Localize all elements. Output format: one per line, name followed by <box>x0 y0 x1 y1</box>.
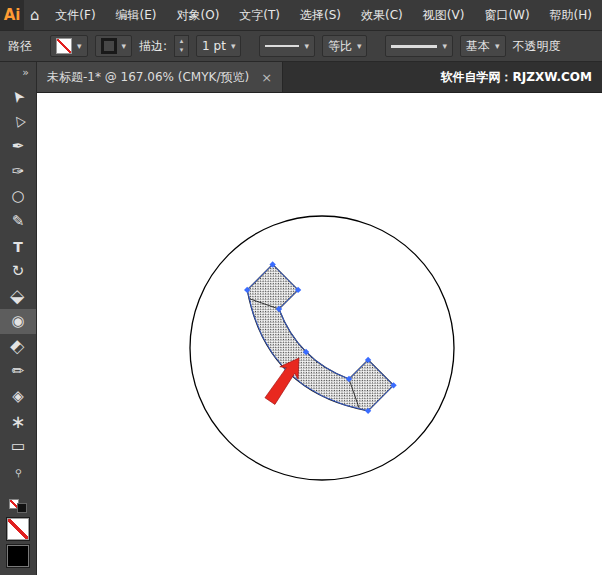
color-controls <box>0 499 36 567</box>
pen-tool[interactable]: ✒ <box>0 134 36 159</box>
illustrator-window: Ai ⌂ 文件(F)编辑(E)对象(O)文字(T)选择(S)效果(C)视图(V)… <box>0 0 602 575</box>
paintbrush-icon: ✎ <box>12 214 25 229</box>
stroke-weight-value: 1 pt <box>202 39 226 53</box>
rotate-icon: ↻ <box>12 264 25 279</box>
circle-shape[interactable] <box>190 216 454 480</box>
control-bar: 路径 ▾ ▾ 描边: ▴ ▾ 1 pt ▾ ▾ 等比 ▾ <box>0 31 602 62</box>
stroke-color-combo[interactable]: ▾ <box>95 35 133 57</box>
blend-tool[interactable]: ◈ <box>0 384 36 409</box>
brush-definition-combo[interactable]: ▾ <box>385 35 453 57</box>
gradient-icon: ◧ <box>9 338 27 356</box>
brush-line-icon <box>391 45 437 48</box>
artboard-tool[interactable]: ▭ <box>0 434 36 459</box>
fill-none-swatch-icon <box>56 38 72 54</box>
fill-swatch[interactable] <box>7 518 29 540</box>
stepper-up-icon[interactable]: ▴ <box>180 37 184 46</box>
chevron-down-icon: ▾ <box>357 41 362 51</box>
home-icon[interactable]: ⌂ <box>24 6 45 24</box>
chevron-down-icon: ▾ <box>442 41 447 51</box>
curvature-pen-icon: ✑ <box>12 164 25 179</box>
pencil-tool[interactable]: ✏ <box>0 359 36 384</box>
stroke-profile-line-icon <box>265 45 299 47</box>
collapse-chevrons-icon[interactable]: » <box>0 62 36 84</box>
type-tool[interactable]: T <box>0 234 36 259</box>
blend-icon: ◈ <box>12 389 24 404</box>
chevron-down-icon: ▾ <box>122 41 127 51</box>
shape-builder-tool[interactable]: ◉ <box>0 309 36 334</box>
menu-file[interactable]: 文件(F) <box>45 0 105 30</box>
stroke-profile-combo[interactable]: ▾ <box>259 35 315 57</box>
menu-edit[interactable]: 编辑(E) <box>106 0 167 30</box>
paintbrush-tool[interactable]: ✎ <box>0 209 36 234</box>
eraser-icon: ◪ <box>9 288 27 306</box>
symbol-sprayer-icon: ∗ <box>10 413 25 431</box>
brush-basic-value: 基本 <box>466 38 490 55</box>
ellipse-icon: ○ <box>11 189 24 204</box>
curvature-tool[interactable]: ✑ <box>0 159 36 184</box>
zoom-icon: ⌕ <box>10 463 27 480</box>
type-icon: T <box>13 240 23 254</box>
stroke-label: 描边: <box>139 38 167 55</box>
profile-scale-value: 等比 <box>328 38 352 55</box>
pen-icon: ✒ <box>12 139 25 154</box>
stepper-down-icon[interactable]: ▾ <box>180 46 184 55</box>
zoom-tool[interactable]: ⌕ <box>0 459 36 484</box>
direct-selection-tool[interactable]: ▷ <box>0 109 36 134</box>
document-tab-bar: 未标题-1* @ 167.06% (CMYK/预览) × 软件自学网：RJZXW… <box>37 62 602 93</box>
chevron-down-icon: ▾ <box>304 41 309 51</box>
ellipse-tool[interactable]: ○ <box>0 184 36 209</box>
chevron-down-icon: ▾ <box>495 41 500 51</box>
tool-list: ➤ ▷ ✒ ✑ ○ ✎ T ↻ <box>0 84 36 484</box>
tools-panel: » ➤ ▷ ✒ ✑ ○ ✎ T <box>0 62 37 575</box>
profile-scale-combo[interactable]: 等比 ▾ <box>322 35 368 57</box>
app-logo[interactable]: Ai <box>0 0 24 30</box>
chevron-down-icon: ▾ <box>231 41 236 51</box>
opacity-label: 不透明度 <box>513 38 561 55</box>
close-icon[interactable]: × <box>261 70 272 85</box>
chevron-down-icon: ▾ <box>77 41 82 51</box>
rotate-tool[interactable]: ↻ <box>0 259 36 284</box>
menu-list: 文件(F)编辑(E)对象(O)文字(T)选择(S)效果(C)视图(V)窗口(W)… <box>45 0 602 30</box>
stroke-weight-stepper[interactable]: ▴ ▾ <box>174 35 189 57</box>
document-tab-title: 未标题-1* @ 167.06% (CMYK/预览) <box>47 69 249 86</box>
gradient-tool[interactable]: ◧ <box>0 334 36 359</box>
default-stroke-icon <box>17 503 27 513</box>
default-swatches-icon[interactable] <box>9 499 27 513</box>
menu-window[interactable]: 窗口(W) <box>474 0 539 30</box>
menu-type[interactable]: 文字(T) <box>229 0 290 30</box>
stroke-swatch[interactable] <box>7 545 29 567</box>
fill-color-combo[interactable]: ▾ <box>50 35 88 57</box>
document-tab[interactable]: 未标题-1* @ 167.06% (CMYK/预览) × <box>37 62 283 92</box>
eraser-tool[interactable]: ◪ <box>0 284 36 309</box>
menubar: Ai ⌂ 文件(F)编辑(E)对象(O)文字(T)选择(S)效果(C)视图(V)… <box>0 0 602 31</box>
brush-basic-combo[interactable]: 基本 ▾ <box>460 35 506 57</box>
stroke-weight-combo[interactable]: 1 pt ▾ <box>196 35 241 57</box>
symbol-sprayer-tool[interactable]: ∗ <box>0 409 36 434</box>
watermark-text: 软件自学网：RJZXW.COM <box>441 69 602 86</box>
artboard-icon: ▭ <box>11 439 25 454</box>
artwork-svg <box>37 93 602 575</box>
pencil-icon: ✏ <box>12 364 25 379</box>
menu-effect[interactable]: 效果(C) <box>351 0 413 30</box>
stroke-color-swatch-icon <box>101 38 117 54</box>
menu-select[interactable]: 选择(S) <box>290 0 351 30</box>
selection-tool[interactable]: ➤ <box>0 84 36 109</box>
path-label: 路径 <box>8 38 32 55</box>
menu-view[interactable]: 视图(V) <box>413 0 475 30</box>
selection-arrow-icon: ➤ <box>8 87 28 106</box>
document-area: 未标题-1* @ 167.06% (CMYK/预览) × 软件自学网：RJZXW… <box>37 62 602 575</box>
shape-builder-icon: ◉ <box>11 314 24 329</box>
direct-selection-arrow-icon: ▷ <box>10 114 26 130</box>
menu-help[interactable]: 帮助(H) <box>540 0 602 30</box>
menu-object[interactable]: 对象(O) <box>167 0 230 30</box>
main-area: » ➤ ▷ ✒ ✑ ○ ✎ T <box>0 62 602 575</box>
canvas[interactable] <box>37 93 602 575</box>
